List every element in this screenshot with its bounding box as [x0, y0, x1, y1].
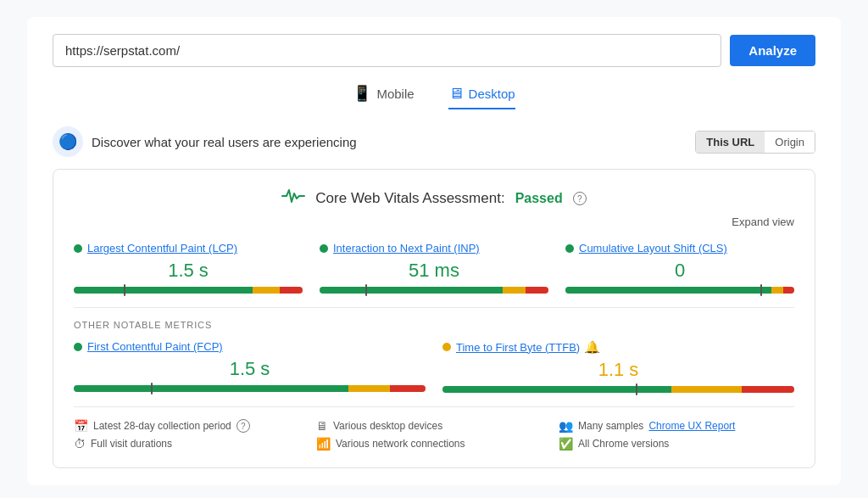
tabs-row: 📱 Mobile 🖥 Desktop: [53, 84, 815, 109]
metric-label-text-fcp: First Contentful Paint (FCP): [87, 340, 223, 353]
alert-icon: 🔔: [585, 340, 599, 354]
metric-label-inp[interactable]: Interaction to Next Paint (INP): [320, 242, 548, 255]
main-card: Core Web Vitals Assessment: Passed ? Exp…: [53, 169, 815, 468]
this-url-button[interactable]: This URL: [696, 131, 765, 153]
progress-track-ttfb: [442, 386, 794, 393]
metric-inp: Interaction to Next Paint (INP) 51 ms: [320, 242, 548, 294]
monitor-icon: 🖥: [316, 419, 328, 433]
tab-mobile[interactable]: 📱 Mobile: [353, 84, 414, 109]
metric-value-cls: 0: [565, 260, 794, 282]
metric-dot-lcp: [74, 244, 82, 253]
metric-label-text-cls: Cumulative Layout Shift (CLS): [579, 242, 727, 255]
collection-help-icon[interactable]: ?: [236, 419, 250, 433]
chrome-ux-link[interactable]: Chrome UX Report: [648, 420, 735, 432]
url-input[interactable]: [53, 34, 721, 67]
timer-icon: ⏱: [74, 437, 86, 450]
metric-dot-fcp: [74, 343, 82, 351]
wifi-icon: 📶: [316, 437, 331, 450]
tab-desktop[interactable]: 🖥 Desktop: [448, 85, 515, 109]
footer-col-2: 🖥 Various desktop devices 📶 Various netw…: [316, 419, 552, 450]
tab-desktop-label: Desktop: [469, 87, 515, 101]
assessment-label: Core Web Vitals Assessment:: [315, 190, 504, 207]
progress-bar-ttfb: [442, 386, 794, 393]
progress-track-inp: [320, 287, 548, 294]
section-header: 🔵 Discover what your real users are expe…: [53, 126, 815, 157]
metric-lcp: Largest Contentful Paint (LCP) 1.5 s: [74, 242, 303, 294]
metric-cls: Cumulative Layout Shift (CLS) 0: [565, 242, 794, 294]
footer-samples-text: Many samples: [578, 420, 643, 432]
search-row: Analyze: [53, 34, 815, 67]
vitals-icon: [281, 187, 305, 210]
section-icon: 🔵: [53, 126, 83, 157]
chrome-icon: ✅: [559, 437, 573, 450]
footer-item-devices: 🖥 Various desktop devices: [316, 419, 552, 433]
metric-value-ttfb: 1.1 s: [442, 359, 794, 381]
progress-indicator-cls: [760, 284, 762, 296]
calendar-icon: 📅: [74, 419, 88, 433]
card-footer: 📅 Latest 28-day collection period ? ⏱ Fu…: [74, 406, 794, 450]
footer-item-chrome: ✅ All Chrome versions: [559, 437, 794, 450]
progress-indicator-ttfb: [636, 383, 637, 395]
other-metrics-grid: First Contentful Paint (FCP) 1.5 s Time …: [74, 340, 794, 393]
metric-label-text-lcp: Largest Contentful Paint (LCP): [87, 242, 237, 255]
expand-view[interactable]: Expand view: [74, 215, 794, 228]
footer-devices-text: Various desktop devices: [333, 420, 442, 432]
footer-col-1: 📅 Latest 28-day collection period ? ⏱ Fu…: [74, 419, 309, 450]
progress-bar-cls: [565, 287, 794, 294]
progress-track-lcp: [74, 287, 303, 294]
desktop-icon: 🖥: [448, 85, 464, 103]
footer-col-3: 👥 Many samples Chrome UX Report ✅ All Ch…: [559, 419, 794, 450]
footer-chrome-text: All Chrome versions: [578, 438, 669, 450]
assessment-help-icon[interactable]: ?: [573, 192, 587, 205]
other-metrics-label: OTHER NOTABLE METRICS: [74, 320, 794, 330]
footer-item-collection: 📅 Latest 28-day collection period ?: [74, 419, 309, 433]
core-metrics-grid: Largest Contentful Paint (LCP) 1.5 s Int…: [74, 242, 794, 308]
metric-label-text-ttfb: Time to First Byte (TTFB): [456, 341, 580, 354]
metric-label-cls[interactable]: Cumulative Layout Shift (CLS): [565, 242, 794, 255]
main-container: Analyze 📱 Mobile 🖥 Desktop 🔵 Discover wh…: [27, 17, 841, 485]
progress-bar-fcp: [74, 385, 426, 392]
footer-item-visit: ⏱ Full visit durations: [74, 437, 309, 450]
progress-bar-inp: [320, 287, 548, 294]
metric-label-ttfb[interactable]: Time to First Byte (TTFB) 🔔: [442, 340, 794, 354]
footer-item-samples: 👥 Many samples Chrome UX Report: [559, 419, 794, 433]
mobile-icon: 📱: [353, 84, 371, 103]
analyze-button[interactable]: Analyze: [730, 35, 815, 66]
tab-mobile-label: Mobile: [376, 87, 414, 101]
origin-button[interactable]: Origin: [765, 131, 815, 153]
footer-collection-text: Latest 28-day collection period: [93, 420, 231, 432]
metric-fcp: First Contentful Paint (FCP) 1.5 s: [74, 340, 426, 393]
assessment-row: Core Web Vitals Assessment: Passed ?: [74, 187, 794, 210]
metric-label-lcp[interactable]: Largest Contentful Paint (LCP): [74, 242, 303, 255]
section-header-left: 🔵 Discover what your real users are expe…: [53, 126, 357, 157]
metric-value-lcp: 1.5 s: [74, 260, 303, 282]
metric-dot-inp: [320, 244, 328, 253]
progress-indicator-fcp: [151, 383, 153, 394]
url-origin-toggle: This URL Origin: [695, 131, 815, 154]
section-title: Discover what your real users are experi…: [92, 135, 357, 149]
metric-value-inp: 51 ms: [320, 260, 548, 282]
progress-indicator-inp: [365, 284, 367, 296]
progress-track-fcp: [74, 385, 426, 392]
footer-visit-text: Full visit durations: [91, 438, 172, 450]
footer-network-text: Various network connections: [336, 438, 465, 450]
metric-dot-cls: [565, 244, 574, 253]
progress-bar-lcp: [74, 287, 303, 294]
metric-value-fcp: 1.5 s: [74, 358, 426, 380]
metric-dot-ttfb: [442, 343, 451, 351]
metric-label-fcp[interactable]: First Contentful Paint (FCP): [74, 340, 426, 353]
footer-item-network: 📶 Various network connections: [316, 437, 552, 450]
metric-label-text-inp: Interaction to Next Paint (INP): [333, 242, 480, 255]
people-icon: 👥: [559, 419, 573, 433]
assessment-status: Passed: [515, 191, 563, 206]
metric-ttfb: Time to First Byte (TTFB) 🔔 1.1 s: [442, 340, 794, 393]
